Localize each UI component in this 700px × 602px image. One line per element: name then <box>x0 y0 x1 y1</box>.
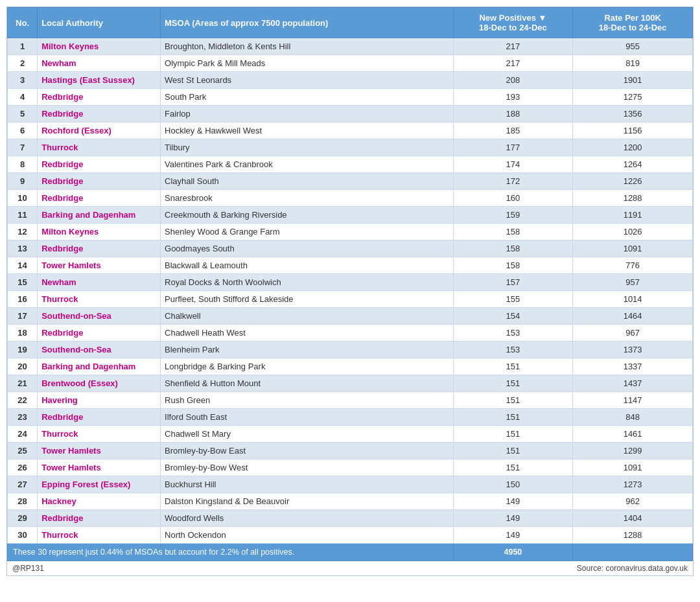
row-number: 22 <box>8 392 38 409</box>
row-number: 30 <box>8 527 38 544</box>
row-number: 14 <box>8 257 38 274</box>
row-rate: 962 <box>573 493 693 510</box>
row-number: 29 <box>8 510 38 527</box>
row-msoa: Valentines Park & Cranbrook <box>161 156 454 173</box>
footer-rate-blank <box>573 544 693 561</box>
row-positives: 174 <box>453 156 573 173</box>
row-rate: 1404 <box>573 510 693 527</box>
row-authority[interactable]: Southend-on-Sea <box>38 342 161 358</box>
row-msoa: Olympic Park & Mill Meads <box>161 55 454 72</box>
row-authority[interactable]: Thurrock <box>38 139 161 156</box>
row-msoa: Longbridge & Barking Park <box>161 358 454 375</box>
row-authority[interactable]: Thurrock <box>38 527 161 544</box>
row-positives: 188 <box>453 106 573 122</box>
row-positives: 151 <box>453 375 573 392</box>
row-number: 21 <box>8 375 38 392</box>
row-msoa: Chadwell St Mary <box>161 426 454 443</box>
row-authority[interactable]: Redbridge <box>38 190 161 207</box>
row-authority[interactable]: Thurrock <box>38 426 161 443</box>
row-positives: 149 <box>453 527 573 544</box>
row-authority[interactable]: Milton Keynes <box>38 38 161 55</box>
table-row: 14Tower HamletsBlackwall & Leamouth15877… <box>8 257 693 274</box>
row-authority[interactable]: Hastings (East Sussex) <box>38 72 161 89</box>
row-authority[interactable]: Thurrock <box>38 291 161 308</box>
row-number: 20 <box>8 358 38 375</box>
table-row: 17Southend-on-SeaChalkwell1541464 <box>8 308 693 325</box>
table-row: 15NewhamRoyal Docks & North Woolwich1579… <box>8 274 693 291</box>
table-header-row: No. Local Authority MSOA (Areas of appro… <box>8 8 693 38</box>
row-authority[interactable]: Newham <box>38 274 161 291</box>
row-number: 24 <box>8 426 38 443</box>
table-row: 13RedbridgeGoodmayes South1581091 <box>8 240 693 257</box>
row-authority[interactable]: Havering <box>38 392 161 409</box>
row-rate: 1288 <box>573 527 693 544</box>
row-positives: 151 <box>453 426 573 443</box>
row-rate: 1091 <box>573 240 693 257</box>
row-msoa: Hockley & Hawkwell West <box>161 122 454 139</box>
row-rate: 1288 <box>573 190 693 207</box>
row-authority[interactable]: Hackney <box>38 493 161 510</box>
table-row: 19Southend-on-SeaBlenheim Park1531373 <box>8 342 693 358</box>
row-authority[interactable]: Barking and Dagenham <box>38 207 161 224</box>
row-number: 13 <box>8 240 38 257</box>
row-authority[interactable]: Tower Hamlets <box>38 257 161 274</box>
row-rate: 1091 <box>573 459 693 476</box>
row-authority[interactable]: Epping Forest (Essex) <box>38 476 161 493</box>
table-row: 5RedbridgeFairlop1881356 <box>8 106 693 122</box>
table-row: 9RedbridgeClayhall South1721226 <box>8 173 693 190</box>
row-msoa: Buckhurst Hill <box>161 476 454 493</box>
row-authority[interactable]: Rochford (Essex) <box>38 122 161 139</box>
row-number: 7 <box>8 139 38 156</box>
table-row: 26Tower HamletsBromley-by-Bow West151109… <box>8 459 693 476</box>
row-authority[interactable]: Newham <box>38 55 161 72</box>
row-msoa: Tilbury <box>161 139 454 156</box>
table-row: 3Hastings (East Sussex)West St Leonards2… <box>8 72 693 89</box>
row-positives: 217 <box>453 55 573 72</box>
row-positives: 153 <box>453 342 573 358</box>
row-number: 16 <box>8 291 38 308</box>
row-msoa: Chalkwell <box>161 308 454 325</box>
row-number: 15 <box>8 274 38 291</box>
row-number: 9 <box>8 173 38 190</box>
row-rate: 1461 <box>573 426 693 443</box>
table-row: 10RedbridgeSnaresbrook1601288 <box>8 190 693 207</box>
row-number: 11 <box>8 207 38 224</box>
row-authority[interactable]: Redbridge <box>38 173 161 190</box>
row-positives: 158 <box>453 224 573 240</box>
row-authority[interactable]: Barking and Dagenham <box>38 358 161 375</box>
row-positives: 154 <box>453 308 573 325</box>
table-row: 11Barking and DagenhamCreekmouth & Barki… <box>8 207 693 224</box>
row-rate: 1356 <box>573 106 693 122</box>
row-authority[interactable]: Redbridge <box>38 325 161 342</box>
row-positives: 149 <box>453 510 573 527</box>
row-msoa: Clayhall South <box>161 173 454 190</box>
row-number: 3 <box>8 72 38 89</box>
row-positives: 193 <box>453 89 573 106</box>
row-authority[interactable]: Redbridge <box>38 240 161 257</box>
row-number: 10 <box>8 190 38 207</box>
row-authority[interactable]: Redbridge <box>38 510 161 527</box>
row-authority[interactable]: Redbridge <box>38 156 161 173</box>
row-rate: 848 <box>573 409 693 426</box>
row-rate: 1901 <box>573 72 693 89</box>
row-rate: 1200 <box>573 139 693 156</box>
row-authority[interactable]: Brentwood (Essex) <box>38 375 161 392</box>
table-row: 12Milton KeynesShenley Wood & Grange Far… <box>8 224 693 240</box>
row-authority[interactable]: Redbridge <box>38 106 161 122</box>
row-positives: 153 <box>453 325 573 342</box>
row-authority[interactable]: Redbridge <box>38 409 161 426</box>
row-authority[interactable]: Southend-on-Sea <box>38 308 161 325</box>
row-msoa: Blenheim Park <box>161 342 454 358</box>
row-rate: 1191 <box>573 207 693 224</box>
row-msoa: Shenley Wood & Grange Farm <box>161 224 454 240</box>
row-number: 17 <box>8 308 38 325</box>
row-authority[interactable]: Tower Hamlets <box>38 459 161 476</box>
row-number: 6 <box>8 122 38 139</box>
main-container: No. Local Authority MSOA (Areas of appro… <box>6 6 694 576</box>
row-authority[interactable]: Redbridge <box>38 89 161 106</box>
col-msoa-header: MSOA (Areas of approx 7500 population) <box>161 8 454 38</box>
row-positives: 151 <box>453 459 573 476</box>
row-authority[interactable]: Tower Hamlets <box>38 443 161 459</box>
row-msoa: Chadwell Heath West <box>161 325 454 342</box>
row-authority[interactable]: Milton Keynes <box>38 224 161 240</box>
